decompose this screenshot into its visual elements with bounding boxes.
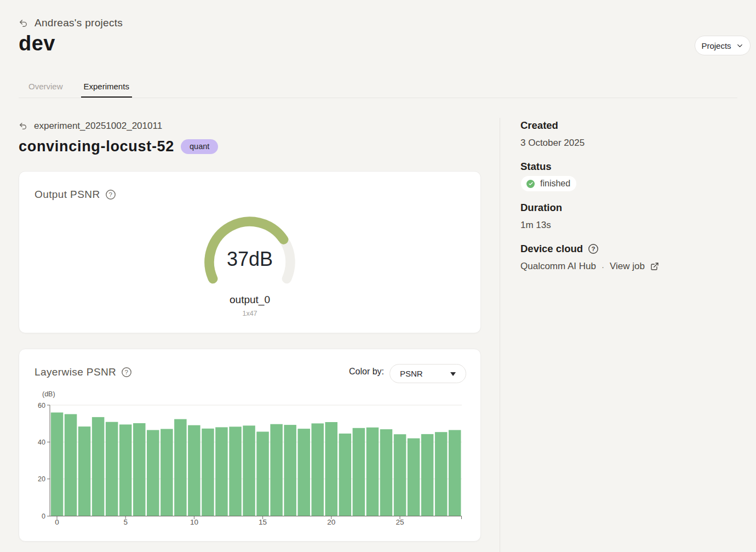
- svg-text:20: 20: [327, 518, 335, 526]
- svg-text:40: 40: [38, 439, 45, 446]
- svg-text:0: 0: [55, 518, 59, 526]
- svg-text:60: 60: [38, 402, 45, 409]
- svg-text:10: 10: [190, 518, 198, 526]
- svg-text:15: 15: [259, 518, 267, 526]
- svg-text:25: 25: [396, 518, 404, 526]
- svg-text:20: 20: [38, 475, 45, 483]
- svg-text:5: 5: [123, 518, 128, 526]
- svg-text:0: 0: [42, 513, 45, 520]
- svg-text:(dB): (dB): [42, 390, 55, 398]
- svg-text:?: ?: [592, 246, 595, 252]
